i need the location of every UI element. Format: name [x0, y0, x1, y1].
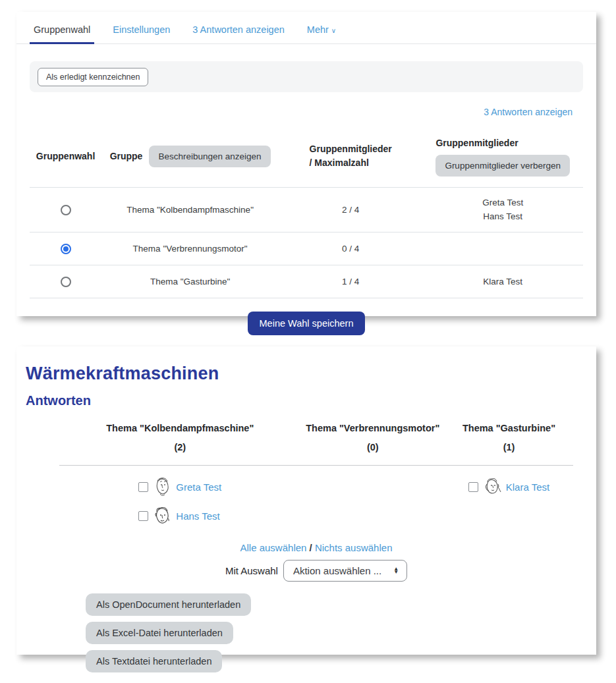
with-selected-label: Mit Auswahl [225, 565, 278, 576]
group-choice-table: Gruppenwahl Gruppe Beschreibungen anzeig… [30, 127, 583, 298]
response-column-count: (2) [174, 442, 186, 452]
user-checkbox[interactable] [138, 482, 148, 492]
group-header-label: Gruppe [110, 151, 143, 161]
member-name: Hans Test [425, 209, 580, 224]
tab-gruppenwahl[interactable]: Gruppenwahl [32, 15, 92, 43]
hide-members-button[interactable]: Gruppenmitglieder verbergen [435, 155, 570, 177]
download-excel-button[interactable]: Als Excel-Datei herunterladen [86, 622, 233, 644]
table-row: Thema "Verbrennungsmotor" 0 / 4 [30, 232, 583, 265]
show-descriptions-button[interactable]: Beschreibungen anzeigen [149, 146, 270, 167]
members-list [422, 232, 583, 265]
column-header-choice: Gruppenwahl [30, 127, 101, 187]
select-all-link[interactable]: Alle auswählen [240, 542, 307, 553]
page-title: Wärmekraftmaschinen [26, 364, 596, 384]
activity-tabs: Gruppenwahl Einstellungen 3 Antworten an… [16, 12, 596, 44]
tab-mehr[interactable]: Mehr∨ [306, 15, 337, 43]
table-row: Thema "Kolbendampfmaschine" 2 / 4 Greta … [30, 187, 583, 232]
response-column-count: (1) [503, 442, 515, 452]
separator-slash: / [310, 542, 312, 553]
column-header-members: Gruppenmitglieder Gruppenmitglieder verb… [422, 127, 583, 187]
responses-card: Wärmekraftmaschinen Antworten Thema "Kol… [16, 346, 596, 655]
user-checkbox[interactable] [468, 482, 478, 492]
activity-completion-box: Als erledigt kennzeichnen [30, 61, 583, 92]
response-column-title: Thema "Verbrennungsmotor" [306, 423, 439, 433]
user-avatar [152, 476, 172, 497]
with-selected-row: Mit Auswahl Aktion auswählen ... ▲▼ [59, 560, 573, 582]
response-column-users [301, 466, 445, 535]
response-column-count: (0) [367, 442, 379, 452]
group-choice-card: Gruppenwahl Einstellungen 3 Antworten an… [16, 12, 596, 316]
response-column-users: Greta Test Hans Test [59, 466, 301, 535]
members-header-label: Gruppenmitglieder [435, 138, 518, 148]
user-name-link[interactable]: Greta Test [176, 481, 221, 493]
members-count-header-line1: Gruppenmitglieder [310, 144, 392, 154]
link-separator: / [310, 542, 315, 553]
select-updown-icon: ▲▼ [393, 568, 399, 574]
user-name-link[interactable]: Klara Test [506, 481, 549, 493]
members-list: Greta Test Hans Test [422, 187, 583, 232]
group-choice-radio[interactable] [61, 205, 71, 215]
group-choice-radio-selected[interactable] [61, 244, 71, 254]
list-item: Greta Test [138, 476, 221, 497]
user-checkbox[interactable] [138, 511, 148, 521]
member-name: Klara Test [425, 275, 580, 289]
save-choice-button[interactable]: Meine Wahl speichern [248, 312, 366, 335]
responses-table: Thema "Kolbendampfmaschine" (2) Thema "V… [59, 419, 573, 534]
chevron-down-icon: ∨ [331, 27, 336, 34]
tab-mehr-label: Mehr [307, 24, 329, 35]
members-count-value: 0 / 4 [279, 232, 422, 265]
column-header-members-count: Gruppenmitglieder / Maximalzahl [279, 127, 422, 187]
action-select-value: Aktion auswählen ... [293, 565, 381, 576]
members-list: Klara Test [422, 265, 583, 298]
member-name: Greta Test [425, 196, 580, 210]
select-links-row: Alle auswählen / Nichts auswählen [59, 542, 573, 553]
user-name-link[interactable]: Hans Test [176, 510, 219, 522]
members-count-value: 2 / 4 [279, 187, 422, 232]
group-choice-radio[interactable] [61, 277, 71, 287]
user-avatar [152, 505, 172, 526]
responses-heading: Antworten [26, 393, 596, 408]
members-count-value: 1 / 4 [279, 265, 422, 298]
download-buttons: Als OpenDocument herunterladen Als Excel… [86, 593, 596, 672]
view-responses-link[interactable]: 3 Antworten anzeigen [484, 107, 573, 117]
save-row: Meine Wahl speichern [16, 312, 596, 335]
table-row: Thema "Gasturbine" 1 / 4 Klara Test [30, 265, 583, 298]
members-count-header-line2: / Maximalzahl [310, 157, 369, 168]
tab-einstellungen[interactable]: Einstellungen [111, 15, 171, 43]
action-select[interactable]: Aktion auswählen ... ▲▼ [283, 560, 407, 582]
response-column-title: Thema "Gasturbine" [462, 423, 555, 433]
response-column-users: Klara Test [445, 466, 573, 535]
response-column-header: Thema "Verbrennungsmotor" (0) [301, 419, 445, 466]
responses-link-row: 3 Antworten anzeigen [16, 106, 573, 118]
user-avatar [482, 476, 502, 497]
response-column-header: Thema "Kolbendampfmaschine" (2) [59, 419, 301, 466]
response-column-header: Thema "Gasturbine" (1) [445, 419, 573, 466]
group-option-label: Thema "Gasturbine" [101, 265, 279, 298]
list-item: Hans Test [138, 505, 221, 526]
response-column-title: Thema "Kolbendampfmaschine" [106, 423, 254, 433]
deselect-all-link[interactable]: Nichts auswählen [315, 542, 393, 553]
selection-controls: Alle auswählen / Nichts auswählen Mit Au… [59, 542, 573, 582]
tab-antworten-anzeigen[interactable]: 3 Antworten anzeigen [191, 15, 285, 43]
column-header-group: Gruppe Beschreibungen anzeigen [101, 127, 279, 187]
download-opendocument-button[interactable]: Als OpenDocument herunterladen [86, 593, 251, 616]
group-option-label: Thema "Verbrennungsmotor" [101, 232, 279, 265]
list-item: Klara Test [468, 476, 549, 497]
group-option-label: Thema "Kolbendampfmaschine" [101, 187, 279, 232]
download-text-button[interactable]: Als Textdatei herunterladen [86, 650, 222, 672]
mark-as-done-button[interactable]: Als erledigt kennzeichnen [38, 68, 148, 86]
